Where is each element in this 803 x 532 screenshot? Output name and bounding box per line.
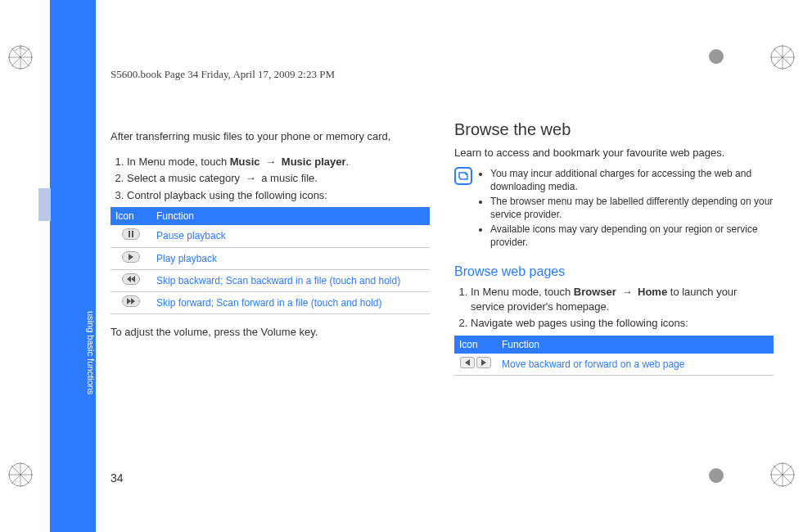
- crop-mark-icon: [770, 462, 795, 487]
- svg-marker-29: [465, 359, 470, 366]
- th-function: Function: [151, 207, 430, 225]
- step-2: Navigate web pages using the following i…: [471, 316, 774, 331]
- skip-backward-icon: [122, 273, 140, 285]
- note-box: You may incur additional charges for acc…: [454, 167, 774, 251]
- svg-marker-27: [127, 298, 131, 304]
- page-content: After transferring music files to your p…: [111, 119, 774, 384]
- svg-line-6: [15, 47, 20, 51]
- th-icon: Icon: [111, 207, 151, 225]
- arrow-right-icon: →: [243, 172, 259, 184]
- step-2: Select a music category → a music file.: [127, 171, 430, 186]
- svg-marker-30: [481, 359, 486, 366]
- note-item: You may incur additional charges for acc…: [490, 167, 774, 193]
- svg-marker-28: [131, 298, 135, 304]
- music-steps: In Menu mode, touch Music → Music player…: [111, 155, 430, 203]
- step-3: Control playback using the following ico…: [127, 188, 430, 203]
- right-column: Browse the web Learn to access and bookm…: [454, 119, 774, 384]
- func-text: Play playback: [151, 247, 430, 269]
- note-item: Available icons may vary depending on yo…: [490, 223, 774, 249]
- browser-steps: In Menu mode, touch Browser → Home to la…: [454, 285, 774, 331]
- note-list: You may incur additional charges for acc…: [479, 167, 774, 251]
- dot-mark-icon: [709, 49, 724, 64]
- page-header: S5600.book Page 34 Friday, April 17, 200…: [111, 68, 335, 81]
- nav-back-icon: [460, 357, 475, 368]
- func-text: Pause playback: [151, 225, 430, 247]
- side-tab: [38, 188, 51, 221]
- func-text: Move backward or forward on a web page: [497, 354, 774, 376]
- note-icon: [454, 167, 472, 185]
- th-icon: Icon: [454, 336, 497, 354]
- skip-forward-icon: [122, 295, 140, 307]
- subheading: Browse web pages: [454, 263, 774, 281]
- arrow-right-icon: →: [263, 156, 278, 168]
- play-icon: [122, 251, 140, 263]
- pause-icon: [122, 228, 140, 240]
- note-item: The browser menu may be labelled differe…: [490, 195, 774, 221]
- volume-note: To adjust the volume, press the Volume k…: [111, 325, 430, 340]
- table-row: Pause playback: [111, 225, 430, 247]
- page-number: 34: [111, 471, 124, 485]
- svg-line-5: [20, 47, 26, 51]
- table-row: Skip backward; Scan backward in a file (…: [111, 269, 430, 291]
- crop-mark-icon: [8, 462, 33, 487]
- nav-forward-icon: [476, 357, 491, 368]
- arrow-right-icon: →: [619, 286, 634, 298]
- step-1: In Menu mode, touch Music → Music player…: [127, 155, 430, 169]
- table-row: Skip forward; Scan forward in a file (to…: [111, 291, 430, 313]
- playback-icon-table: Icon Function Pause playback Play playba…: [111, 207, 430, 314]
- table-row: Move backward or forward on a web page: [454, 354, 774, 376]
- step-1: In Menu mode, touch Browser → Home to la…: [471, 285, 774, 313]
- svg-rect-23: [132, 231, 133, 237]
- section-heading: Browse the web: [454, 119, 774, 141]
- svg-marker-25: [127, 276, 131, 282]
- table-row: Play playback: [111, 247, 430, 269]
- func-text: Skip backward; Scan backward in a file (…: [151, 269, 430, 291]
- svg-rect-22: [129, 231, 130, 237]
- side-strip: [50, 0, 96, 532]
- section-label: using basic functions: [86, 311, 96, 394]
- dot-mark-icon: [709, 468, 724, 483]
- func-text: Skip forward; Scan forward in a file (to…: [151, 291, 430, 313]
- svg-marker-24: [129, 254, 133, 260]
- intro-text: After transferring music files to your p…: [111, 129, 430, 144]
- th-function: Function: [497, 336, 774, 354]
- crop-mark-icon: [770, 45, 795, 70]
- crop-mark-icon: [8, 45, 33, 70]
- left-column: After transferring music files to your p…: [111, 119, 430, 384]
- svg-marker-26: [131, 276, 135, 282]
- intro-text: Learn to access and bookmark your favour…: [454, 146, 774, 160]
- browser-icon-table: Icon Function Move backward or forward o…: [454, 336, 774, 376]
